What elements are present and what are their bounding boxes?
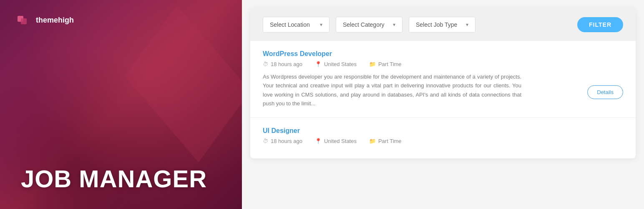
job-list: WordPress Developer ⏱ 18 hours ago 📍 Uni… [250,41,636,158]
filter-bar: Select Location ▾ Select Category ▾ Sele… [250,8,636,41]
category-arrow-icon: ▾ [393,22,395,28]
table-row: WordPress Developer ⏱ 18 hours ago 📍 Uni… [250,41,636,118]
left-panel: themehigh JOB MANAGER [0,0,242,209]
job-time-label: 18 hours ago [271,61,302,67]
job-title-wordpress[interactable]: WordPress Developer [263,50,623,58]
job-title-uidesigner[interactable]: UI Designer [263,127,623,135]
clock-icon: ⏱ [263,61,268,67]
filter-button[interactable]: FILTER [577,17,623,32]
content-card: Select Location ▾ Select Category ▾ Sele… [250,8,636,158]
folder-icon: 📁 [369,61,376,67]
job-meta-wordpress: ⏱ 18 hours ago 📍 United States 📁 Part Ti… [263,61,623,67]
folder-icon-2: 📁 [369,138,376,144]
job-type-label: Part Time [378,61,402,67]
location-select-label: Select Location [270,21,310,28]
location-pin-icon-2: 📍 [315,138,322,144]
job-time-label-2: 18 hours ago [271,138,302,144]
location-arrow-icon: ▾ [320,22,322,28]
job-location-wordpress: 📍 United States [315,61,357,67]
table-row: UI Designer ⏱ 18 hours ago 📍 United Stat… [250,118,636,158]
job-type-wordpress: 📁 Part Time [369,61,402,67]
job-type-select[interactable]: Select Job Type ▾ [409,17,475,33]
job-type-label-2: Part Time [378,138,402,144]
logo-text: themehigh [36,16,74,25]
job-row-wordpress: As Wordpress developer you are responsib… [263,72,623,108]
job-location-uidesigner: 📍 United States [315,138,357,144]
category-select-label: Select Category [343,21,385,28]
themehigh-logo-icon [17,13,32,28]
job-description-col: As Wordpress developer you are responsib… [263,72,579,108]
location-select[interactable]: Select Location ▾ [263,17,330,33]
job-type-uidesigner: 📁 Part Time [369,138,402,144]
details-button-wordpress[interactable]: Details [587,85,623,99]
job-type-select-label: Select Job Type [416,21,457,28]
job-meta-uidesigner: ⏱ 18 hours ago 📍 United States 📁 Part Ti… [263,138,623,144]
job-location-label-2: United States [324,138,357,144]
job-description-wordpress: As Wordpress developer you are responsib… [263,72,521,108]
job-type-arrow-icon: ▾ [466,22,468,28]
category-select[interactable]: Select Category ▾ [336,17,402,33]
right-panel: Select Location ▾ Select Category ▾ Sele… [242,0,644,209]
job-time-uidesigner: ⏱ 18 hours ago [263,138,302,144]
job-location-label: United States [324,61,357,67]
logo: themehigh [17,13,74,28]
svg-rect-1 [21,18,27,24]
location-pin-icon: 📍 [315,61,322,67]
page-title: JOB MANAGER [21,166,207,192]
clock-icon-2: ⏱ [263,138,268,144]
job-time-wordpress: ⏱ 18 hours ago [263,61,302,67]
